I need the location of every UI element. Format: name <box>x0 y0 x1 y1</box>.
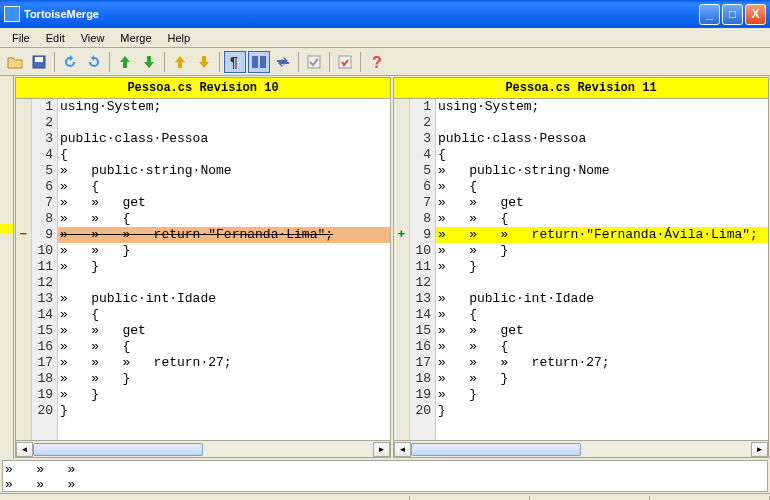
line-marker <box>394 291 409 307</box>
line-number: 15 <box>32 323 53 339</box>
code-line[interactable]: » » get <box>58 195 390 211</box>
code-line[interactable]: » » } <box>436 371 768 387</box>
menu-view[interactable]: View <box>73 30 113 46</box>
code-line[interactable]: » public·string·Nome <box>58 163 390 179</box>
main-area: Pessoa.cs Revision 10 − 1234567891011121… <box>0 76 770 459</box>
line-number: 17 <box>32 355 53 371</box>
line-marker <box>394 275 409 291</box>
line-marker <box>16 387 31 403</box>
line-number: 17 <box>410 355 431 371</box>
menu-file[interactable]: File <box>4 30 38 46</box>
left-code-area[interactable]: − 1234567891011121314151617181920 using·… <box>16 99 390 440</box>
code-line[interactable]: { <box>58 147 390 163</box>
line-number: 3 <box>410 131 431 147</box>
code-line[interactable]: } <box>58 403 390 419</box>
code-line[interactable]: » } <box>436 387 768 403</box>
overview-gutter[interactable] <box>0 76 14 459</box>
code-line[interactable]: { <box>436 147 768 163</box>
scroll-right-icon[interactable]: ► <box>751 442 768 457</box>
code-line[interactable]: » } <box>58 259 390 275</box>
left-hscrollbar[interactable]: ◄ ► <box>16 440 390 457</box>
line-marker <box>16 211 31 227</box>
code-line[interactable]: » » } <box>58 371 390 387</box>
code-line[interactable]: » » » return·27; <box>436 355 768 371</box>
line-marker <box>394 355 409 371</box>
minimize-button[interactable]: _ <box>699 4 720 25</box>
bottom-pane[interactable]: » » » » » » <box>2 460 768 492</box>
show-whitespace-button[interactable]: ¶ <box>224 51 246 73</box>
open-button[interactable] <box>4 51 26 73</box>
line-number: 11 <box>32 259 53 275</box>
line-marker <box>394 195 409 211</box>
gutter-diff-mark[interactable] <box>0 224 13 234</box>
code-line[interactable]: » » » return·"Fernanda·Lima"; <box>58 227 390 243</box>
line-marker <box>394 323 409 339</box>
code-line[interactable]: » » { <box>436 211 768 227</box>
maximize-button[interactable]: □ <box>722 4 743 25</box>
code-line[interactable]: » » » return·27; <box>58 355 390 371</box>
code-line[interactable]: » { <box>58 179 390 195</box>
prev-conflict-button[interactable] <box>169 51 191 73</box>
code-line[interactable]: » { <box>58 307 390 323</box>
right-hscrollbar[interactable]: ◄ ► <box>394 440 768 457</box>
code-line[interactable] <box>436 115 768 131</box>
line-marker <box>394 339 409 355</box>
two-pane-button[interactable] <box>248 51 270 73</box>
line-marker <box>16 131 31 147</box>
code-line[interactable]: » » } <box>436 243 768 259</box>
left-pane-header: Pessoa.cs Revision 10 <box>16 78 390 99</box>
code-line[interactable]: » » { <box>436 339 768 355</box>
line-marker <box>16 371 31 387</box>
code-line[interactable]: public·class·Pessoa <box>436 131 768 147</box>
menu-help[interactable]: Help <box>160 30 199 46</box>
switch-view-button[interactable] <box>272 51 294 73</box>
scroll-right-icon[interactable]: ► <box>373 442 390 457</box>
code-line[interactable]: » } <box>436 259 768 275</box>
code-line[interactable]: » » » return·"Fernanda·Ávila·Lima"; <box>436 227 768 243</box>
code-line[interactable]: » » } <box>58 243 390 259</box>
code-line[interactable]: } <box>436 403 768 419</box>
right-pane-header: Pessoa.cs Revision 11 <box>394 78 768 99</box>
code-line[interactable]: » public·string·Nome <box>436 163 768 179</box>
code-line[interactable]: public·class·Pessoa <box>58 131 390 147</box>
mark-resolved-button[interactable] <box>303 51 325 73</box>
code-line[interactable]: » » { <box>58 339 390 355</box>
code-line[interactable]: » » get <box>436 195 768 211</box>
code-line[interactable]: » public·int·Idade <box>58 291 390 307</box>
line-number: 9 <box>410 227 431 243</box>
close-button[interactable]: X <box>745 4 766 25</box>
code-line[interactable]: » » get <box>436 323 768 339</box>
undo-button[interactable] <box>83 51 105 73</box>
statusbar: For Help, press F1. Scroll horizontally … <box>0 493 770 500</box>
code-line[interactable] <box>58 275 390 291</box>
code-line[interactable]: using·System; <box>58 99 390 115</box>
status-right-view: Right View: + 1 <box>530 496 650 501</box>
next-conflict-button[interactable] <box>193 51 215 73</box>
code-line[interactable]: » » get <box>58 323 390 339</box>
scroll-left-icon[interactable]: ◄ <box>394 442 411 457</box>
right-code-area[interactable]: + 1234567891011121314151617181920 using·… <box>394 99 768 440</box>
menu-edit[interactable]: Edit <box>38 30 73 46</box>
svg-rect-4 <box>260 56 266 68</box>
save-button[interactable] <box>28 51 50 73</box>
reload-button[interactable] <box>59 51 81 73</box>
prev-diff-button[interactable] <box>114 51 136 73</box>
line-marker <box>394 147 409 163</box>
svg-rect-3 <box>252 56 258 68</box>
settings-button[interactable] <box>334 51 356 73</box>
line-number: 20 <box>410 403 431 419</box>
menu-merge[interactable]: Merge <box>112 30 159 46</box>
code-line[interactable]: using·System; <box>436 99 768 115</box>
scroll-left-icon[interactable]: ◄ <box>16 442 33 457</box>
help-button[interactable]: ? <box>365 51 387 73</box>
code-line[interactable] <box>436 275 768 291</box>
code-line[interactable]: » » { <box>58 211 390 227</box>
svg-text:?: ? <box>372 54 382 70</box>
code-line[interactable]: » { <box>436 307 768 323</box>
code-line[interactable]: » } <box>58 387 390 403</box>
next-diff-button[interactable] <box>138 51 160 73</box>
line-marker <box>16 307 31 323</box>
code-line[interactable]: » { <box>436 179 768 195</box>
code-line[interactable] <box>58 115 390 131</box>
code-line[interactable]: » public·int·Idade <box>436 291 768 307</box>
